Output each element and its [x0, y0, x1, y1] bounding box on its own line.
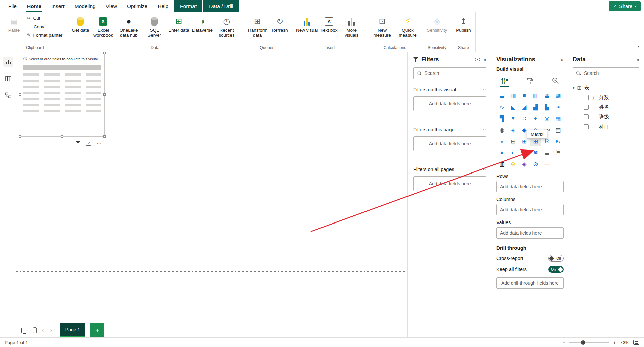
resize-handle-sw[interactable] — [19, 135, 21, 138]
transform-data-button[interactable]: ⊞Transform data — [245, 14, 270, 38]
page-tab[interactable]: Page 1 — [60, 323, 85, 337]
filter-drop-area[interactable]: Add data fields here — [413, 96, 486, 111]
excel-workbook-button[interactable]: XExcel workbook — [91, 14, 116, 38]
filled-map-icon[interactable]: ◈ — [508, 125, 519, 135]
toggle-keep-all-filters[interactable]: On — [548, 266, 564, 273]
menu-tab-file[interactable]: File — [3, 0, 22, 12]
share-button[interactable]: ↗ Share ▾ — [609, 1, 641, 11]
resize-handle-n[interactable] — [61, 52, 63, 54]
table-tree-item[interactable]: ▾ ⊞ 表 — [573, 85, 639, 91]
well-rows[interactable]: Add data fields here — [496, 181, 564, 192]
collapse-ribbon-icon[interactable]: ∧ — [637, 45, 640, 49]
analytics-tab[interactable] — [550, 75, 561, 86]
scatter-chart-icon[interactable]: ∷ — [519, 113, 530, 123]
get-data-button[interactable]: Get data — [71, 14, 90, 33]
zoom-slider-handle[interactable] — [581, 340, 585, 345]
eye-icon[interactable] — [475, 58, 480, 61]
field-checkbox[interactable] — [584, 105, 589, 110]
treemap-icon[interactable]: ▦ — [553, 113, 564, 123]
data-search-input[interactable]: Search — [573, 67, 639, 79]
100-stacked-column-chart-icon[interactable]: ▩ — [553, 91, 564, 101]
cut-button[interactable]: ✂Cut — [24, 14, 65, 22]
visual-placeholder[interactable]: ⓘ Select or drag fields to populate this… — [20, 53, 105, 137]
zoom-in-icon[interactable]: + — [613, 340, 616, 345]
new-visual-button[interactable]: New visual — [295, 14, 319, 33]
toggle-cross-report[interactable]: Off — [548, 255, 564, 262]
text-box-button[interactable]: AText box — [319, 14, 338, 33]
focus-mode-icon[interactable]: ↗ — [86, 141, 91, 146]
format-painter-button[interactable]: ✎Format painter — [24, 31, 65, 39]
resize-handle-s[interactable] — [61, 135, 63, 138]
line-chart-icon[interactable]: ∿ — [496, 102, 508, 112]
filter-drop-area[interactable]: Add data fields here — [413, 176, 486, 191]
stacked-bar-chart-icon[interactable]: ▤ — [496, 91, 508, 101]
arcgis-map-icon[interactable]: ⊕ — [508, 159, 519, 169]
drill-through-well[interactable]: Add drill-through fields here — [496, 277, 564, 289]
recent-sources-button[interactable]: ◷Recent sources — [214, 14, 239, 38]
sql-server-button[interactable]: SQL Server — [142, 14, 167, 38]
menu-tab-optimize[interactable]: Optimize — [122, 0, 153, 12]
field-checkbox[interactable] — [584, 124, 589, 129]
desktop-view-icon[interactable] — [21, 328, 28, 333]
paginated-report-icon[interactable]: ▥ — [496, 159, 508, 169]
menu-tab-view[interactable]: View — [101, 0, 122, 12]
publish-button[interactable]: ↥Publish — [454, 14, 473, 33]
menu-tab-format[interactable]: Format — [174, 0, 202, 12]
line-and-stacked-column-chart-icon[interactable]: ▟ — [530, 102, 542, 112]
resize-handle-e[interactable] — [103, 93, 106, 96]
ribbon-chart-icon[interactable]: ≈ — [553, 102, 564, 112]
clustered-column-chart-icon[interactable]: ▥ — [530, 91, 542, 101]
stacked-column-chart-icon[interactable]: ▥ — [508, 91, 519, 101]
get-more-visuals-icon[interactable]: ⋯ — [541, 159, 553, 169]
format-visual-tab[interactable] — [524, 75, 536, 86]
decomposition-tree-icon[interactable]: ∴ — [519, 148, 530, 158]
pie-chart-icon[interactable]: ◕ — [530, 113, 542, 123]
quick-measure-button[interactable]: ⚡Quick measure — [395, 14, 420, 38]
more-options-icon[interactable]: ⋯ — [96, 140, 102, 146]
slicer-icon[interactable]: ⊟ — [508, 136, 519, 146]
python-visual-icon[interactable]: Py — [553, 136, 564, 146]
more-visuals-button[interactable]: More visuals — [339, 14, 364, 38]
collapse-visualizations-pane-icon[interactable]: » — [561, 57, 564, 63]
resize-handle-se[interactable] — [103, 135, 106, 138]
refresh-button[interactable]: ↻Refresh — [270, 14, 289, 33]
resize-handle-nw[interactable] — [19, 52, 21, 54]
power-apps-icon[interactable]: ◈ — [519, 159, 530, 169]
onelake-data-hub-button[interactable]: ●OneLake data hub — [116, 14, 141, 38]
menu-tab-home[interactable]: Home — [22, 0, 46, 12]
100-stacked-bar-chart-icon[interactable]: ▦ — [541, 91, 553, 101]
filters-search-input[interactable]: Search — [413, 67, 486, 79]
multi-row-card-icon[interactable]: ▤ — [553, 125, 564, 135]
menu-tab-data-drill[interactable]: Data / Drill — [203, 0, 239, 12]
power-automate-icon[interactable]: ⊘ — [530, 159, 542, 169]
field-row-3[interactable]: 科目 — [573, 123, 639, 130]
area-chart-icon[interactable]: ◣ — [508, 102, 519, 112]
field-row-2[interactable]: 班级 — [573, 114, 639, 120]
menu-tab-help[interactable]: Help — [153, 0, 173, 12]
well-columns[interactable]: Add data fields here — [496, 204, 564, 215]
zoom-out-icon[interactable]: − — [562, 340, 565, 345]
menu-tab-insert[interactable]: Insert — [46, 0, 70, 12]
model-view-button[interactable] — [3, 90, 13, 100]
copy-button[interactable]: Copy — [24, 23, 65, 30]
new-page-button[interactable]: + — [90, 323, 104, 337]
build-visual-tab[interactable] — [499, 75, 510, 86]
donut-chart-icon[interactable]: ◎ — [541, 113, 553, 123]
collapse-filters-pane-icon[interactable]: » — [483, 57, 486, 63]
resize-handle-ne[interactable] — [103, 52, 106, 54]
visual-filter-icon[interactable] — [76, 141, 81, 145]
key-influencers-icon[interactable]: ◐ — [508, 148, 519, 158]
collapse-data-pane-icon[interactable]: » — [636, 57, 639, 63]
waterfall-chart-icon[interactable]: ▜ — [496, 113, 508, 123]
smart-narrative-icon[interactable]: ▤ — [541, 148, 553, 158]
report-view-button[interactable] — [3, 57, 13, 67]
gauge-icon[interactable]: ◒ — [496, 136, 508, 146]
clustered-bar-chart-icon[interactable]: ≡ — [519, 91, 530, 101]
well-values[interactable]: Add data fields here — [496, 227, 564, 239]
new-measure-button[interactable]: ⊡New measure — [370, 14, 395, 38]
map-icon[interactable]: ◉ — [496, 125, 508, 135]
metrics-icon[interactable]: ⚑ — [553, 148, 564, 158]
more-options-icon[interactable]: ⋯ — [481, 87, 487, 92]
funnel-chart-icon[interactable]: ▼ — [508, 113, 519, 123]
resize-handle-w[interactable] — [19, 93, 21, 96]
